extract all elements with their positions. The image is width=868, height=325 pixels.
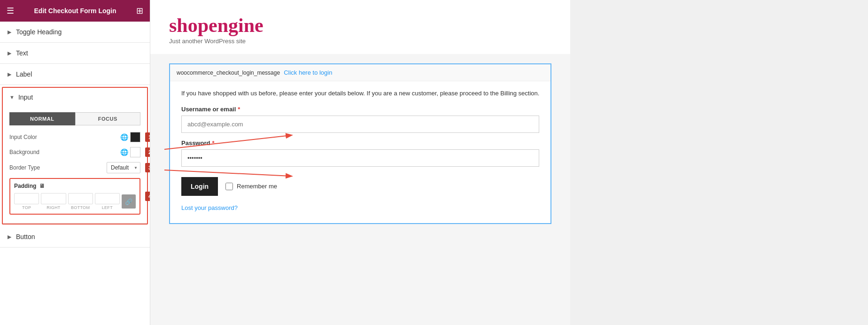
padding-right-wrap: 18 RIGHT [41,193,66,210]
annotation-badge-1: 1 [145,132,150,142]
password-label: Password * [181,139,539,147]
input-settings: NORMAL FOCUS Input Color 🌐 1 Background [3,107,147,224]
padding-label: Padding [14,183,36,189]
padding-bottom-input[interactable]: 12 [68,193,93,204]
chevron-right-icon: ▶ [8,50,11,56]
page-wrapper: ☰ Edit Checkout Form Login ⊞ ▶ Toggle He… [0,0,570,325]
password-input[interactable] [181,149,539,167]
input-color-swatch[interactable] [130,132,140,142]
padding-left-wrap: 18 LEFT [95,193,120,210]
remember-me-label: Remember me [237,183,277,190]
username-required-star: * [238,106,240,113]
login-button[interactable]: Login [181,177,218,196]
border-type-controls: Default None Solid Double Dotted Dashed … [107,162,140,173]
right-panel: shopengine Just another WordPress site w… [150,0,570,325]
border-type-row: Border Type Default None Solid Double Do… [9,162,140,173]
padding-bottom-wrap: 12 BOTTOM [68,193,93,210]
link-dimensions-button[interactable]: 🔗 [122,194,136,209]
input-color-controls: 🌐 [120,132,140,142]
padding-section: Padding 🖥 12 TOP 18 RIGHT [9,178,140,215]
padding-right-input[interactable]: 18 [41,193,66,204]
input-section-container: ▼ Input NORMAL FOCUS Input Color 🌐 [2,87,148,224]
globe-icon-2[interactable]: 🌐 [120,148,128,156]
padding-left-input[interactable]: 18 [95,193,120,204]
monitor-icon: 🖥 [39,183,45,189]
input-color-label: Input Color [9,134,37,140]
padding-top-input[interactable]: 12 [14,193,39,204]
background-label: Background [9,149,39,155]
hamburger-icon[interactable]: ☰ [7,6,14,16]
sidebar-item-button[interactable]: ▶ Button [0,226,150,248]
annotation-badge-3: 3 [145,163,150,172]
password-required-star: * [212,139,214,147]
remember-me-wrap[interactable]: Remember me [225,183,277,190]
background-row: Background 🌐 2 [9,147,140,157]
padding-bottom-label: BOTTOM [71,205,90,210]
padding-left-label: LEFT [102,205,113,210]
label-label: Label [16,70,32,78]
chevron-right-icon: ▶ [8,71,11,77]
site-subtitle: Just another WordPress site [169,38,551,45]
button-label: Button [16,233,35,240]
hook-key: woocommerce_checkout_login_message [177,70,280,76]
input-color-row: Input Color 🌐 1 [9,132,140,142]
chevron-right-icon: ▶ [8,234,11,240]
input-label: Input [18,93,33,101]
form-actions: Login Remember me [181,177,539,196]
left-panel: ☰ Edit Checkout Form Login ⊞ ▶ Toggle He… [0,0,150,325]
globe-icon[interactable]: 🌐 [120,133,128,141]
lost-password-link[interactable]: Lost your password? [181,204,238,211]
click-here-link[interactable]: Click here to login [284,69,332,76]
padding-inputs: 12 TOP 18 RIGHT 12 BOTTOM [14,193,136,210]
site-title: shopengine [169,14,551,37]
annotation-badge-2: 2 [145,147,150,157]
border-type-label: Border Type [9,164,40,171]
page-title: Edit Checkout Form Login [14,7,136,15]
remember-me-checkbox[interactable] [225,183,233,190]
login-hook: woocommerce_checkout_login_message Click… [170,64,550,81]
padding-right-label: RIGHT [46,205,61,210]
padding-header: Padding 🖥 [14,183,136,189]
sidebar-item-label[interactable]: ▶ Label [0,64,150,85]
chevron-right-icon: ▶ [8,29,11,35]
tab-focus[interactable]: FOCUS [75,112,141,125]
chevron-down-icon: ▼ [9,94,15,100]
username-input[interactable] [181,116,539,133]
checkout-box: woocommerce_checkout_login_message Click… [169,63,551,224]
padding-top-label: TOP [22,205,31,210]
site-header: shopengine Just another WordPress site [150,0,570,54]
background-controls: 🌐 [120,147,140,157]
toggle-heading-label: Toggle Heading [16,28,62,36]
grid-icon[interactable]: ⊞ [136,6,143,16]
sidebar-item-input[interactable]: ▼ Input [3,88,147,107]
sidebar-item-toggle-heading[interactable]: ▶ Toggle Heading [0,22,150,43]
input-state-tabs: NORMAL FOCUS [9,112,140,125]
padding-top-wrap: 12 TOP [14,193,39,210]
annotation-badge-4: 4 [145,192,150,201]
text-label: Text [16,49,28,57]
sidebar-item-text[interactable]: ▶ Text [0,43,150,64]
top-bar: ☰ Edit Checkout Form Login ⊞ [0,0,150,22]
username-label: Username or email * [181,106,539,113]
login-description: If you have shopped with us before, plea… [181,89,539,98]
border-type-select[interactable]: Default None Solid Double Dotted Dashed … [107,162,140,173]
tab-normal[interactable]: NORMAL [9,112,75,125]
background-color-swatch[interactable] [130,147,140,157]
padding-container: Padding 🖥 12 TOP 18 RIGHT [9,178,140,215]
border-type-select-wrapper: Default None Solid Double Dotted Dashed … [107,162,140,173]
